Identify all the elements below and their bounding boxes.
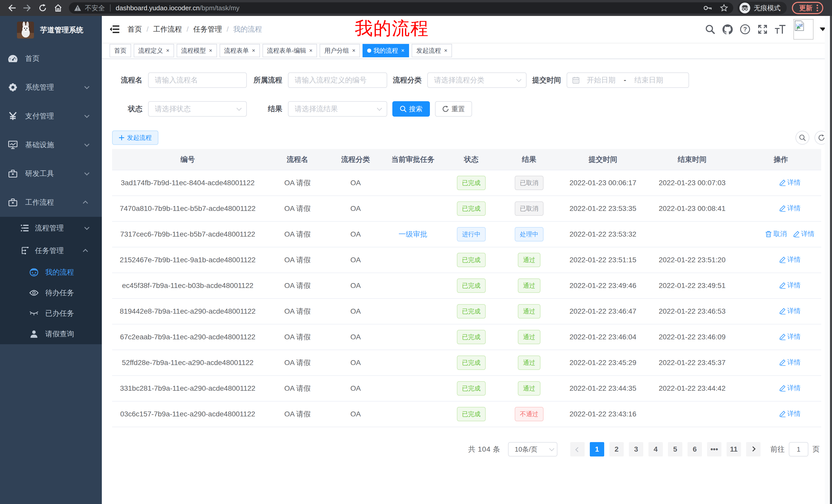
password-key-icon[interactable] [703, 5, 713, 11]
submit-time-range[interactable]: 开始日期 - 结束日期 [567, 73, 689, 88]
row-action-detail[interactable]: 详情 [779, 178, 801, 187]
user-icon [29, 330, 39, 338]
close-icon[interactable]: × [209, 45, 212, 57]
close-icon[interactable]: × [309, 45, 313, 57]
cell-end-time: 2022-01-22 23:46:53 [644, 299, 740, 324]
tab-流程表单-编辑[interactable]: 流程表单-编辑× [262, 44, 317, 57]
row-action-detail[interactable]: 详情 [779, 409, 801, 418]
bookmark-star-icon[interactable] [720, 4, 728, 12]
breadcrumb-separator: / [147, 25, 149, 33]
close-icon[interactable]: × [352, 45, 355, 57]
help-icon[interactable]: ? [736, 16, 754, 43]
row-action-detail[interactable]: 详情 [779, 306, 801, 315]
sidebar-item-devtools[interactable]: 研发工具 [0, 159, 102, 188]
address-bar[interactable]: 不安全 dashboard.yudao.iocoder.cn/bpm/task/… [69, 2, 733, 13]
filter-belong-label: 所属流程 [253, 75, 282, 85]
process-def-input[interactable] [288, 73, 387, 88]
fullscreen-icon[interactable] [754, 16, 771, 43]
create-process-button[interactable]: 发起流程 [112, 131, 158, 145]
result-select[interactable]: 请选择流结果 [288, 101, 387, 117]
search-button[interactable]: 搜索 [392, 101, 430, 117]
sidebar-menu: 首页系统管理支付管理基础设施研发工具工作流程流程管理任务管理我的流程待办任务已办… [0, 44, 102, 344]
cell-result: 通过 [496, 273, 562, 299]
tab-我的流程[interactable]: 我的流程× [363, 44, 409, 57]
row-action-detail[interactable]: 详情 [779, 358, 801, 367]
sidebar-item-infra[interactable]: 基础设施 [0, 131, 102, 159]
row-action-detail[interactable]: 详情 [793, 229, 814, 239]
tab-用户分组[interactable]: 用户分组× [319, 44, 360, 57]
tab-流程表单[interactable]: 流程表单× [219, 44, 260, 57]
tab-流程模型[interactable]: 流程模型× [177, 44, 217, 57]
cell-id: 819442e8-7b9a-11ec-a290-acde48001122 [112, 299, 263, 324]
browser-reload-button[interactable] [35, 1, 50, 15]
close-icon[interactable]: × [166, 45, 170, 57]
page-button-11[interactable]: 11 [727, 442, 741, 456]
page-button-6[interactable]: 6 [687, 442, 702, 456]
sidebar-item-process-mgmt[interactable]: 流程管理 [0, 217, 102, 240]
cell-category: OA [332, 221, 380, 247]
cell-result: 通过 [496, 324, 562, 350]
sidebar-item-system[interactable]: 系统管理 [0, 73, 102, 102]
row-action-detail[interactable]: 详情 [779, 255, 801, 264]
browser-home-button[interactable] [50, 1, 66, 15]
cell-task: 一级审批 [380, 221, 446, 247]
avatar[interactable] [794, 19, 813, 39]
sidebar-item-leave-query[interactable]: 请假查询 [0, 324, 102, 344]
page-button-2[interactable]: 2 [609, 442, 624, 456]
annotation-text: 我的流程 [355, 17, 429, 40]
category-select[interactable]: 请选择流程分类 [427, 73, 526, 88]
page-button-5[interactable]: 5 [668, 442, 682, 456]
workflow-submenu: 流程管理任务管理我的流程待办任务已办任务请假查询 [0, 217, 102, 344]
column-header: 操作 [740, 149, 821, 170]
row-action-detail[interactable]: 详情 [779, 384, 801, 393]
breadcrumb-item[interactable]: 工作流程 [153, 24, 182, 34]
update-button[interactable]: 更新 [792, 2, 823, 14]
close-icon[interactable]: × [252, 45, 255, 57]
close-icon[interactable]: × [401, 45, 405, 57]
sidebar-item-task-mgmt[interactable]: 任务管理 [0, 240, 102, 262]
cell-submit-time: 2022-01-22 23:45:29 [562, 350, 644, 375]
browser-forward-button[interactable] [20, 1, 35, 15]
row-action-detail[interactable]: 详情 [779, 281, 801, 290]
page-size-select[interactable]: 10条/页 [508, 442, 557, 456]
sidebar-item-home[interactable]: 首页 [0, 44, 102, 73]
page-ellipsis[interactable]: ••• [707, 442, 722, 456]
row-action-detail[interactable]: 详情 [779, 204, 801, 213]
search-icon[interactable] [701, 16, 719, 43]
show-search-toggle[interactable] [796, 131, 809, 145]
cell-name: OA 请假 [263, 299, 332, 324]
browser-back-button[interactable] [4, 1, 20, 15]
breadcrumb-item[interactable]: 首页 [128, 24, 142, 34]
page-button-3[interactable]: 3 [629, 442, 643, 456]
insecure-warning-icon [74, 5, 81, 11]
sidebar-collapse-button[interactable] [102, 16, 127, 43]
sidebar-item-my-process[interactable]: 我的流程 [0, 262, 102, 283]
row-action-detail[interactable]: 详情 [779, 332, 801, 341]
page-button-4[interactable]: 4 [648, 442, 663, 456]
browser-menu-icon[interactable] [816, 5, 818, 11]
prev-page-button[interactable] [570, 442, 585, 456]
github-icon[interactable] [719, 16, 736, 43]
row-action-cancel[interactable]: 取消 [765, 229, 787, 239]
breadcrumb-item[interactable]: 任务管理 [193, 24, 222, 34]
reset-button[interactable]: 重置 [435, 101, 472, 117]
sidebar-item-done-tasks[interactable]: 已办任务 [0, 303, 102, 324]
cell-id: ec45f38f-7b9a-11ec-b03b-acde48001122 [112, 273, 263, 299]
tab-首页[interactable]: 首页 [109, 44, 131, 57]
close-icon[interactable]: × [444, 45, 447, 57]
sidebar-item-todo-tasks[interactable]: 待办任务 [0, 283, 102, 303]
tab-发起流程[interactable]: 发起流程× [412, 44, 452, 57]
process-name-input[interactable] [148, 73, 247, 88]
status-select[interactable]: 请选择状态 [148, 101, 247, 117]
task-link[interactable]: 一级审批 [398, 230, 427, 238]
incognito-icon [739, 3, 750, 13]
goto-page-input[interactable]: 1 [789, 442, 808, 456]
page-button-1[interactable]: 1 [590, 442, 604, 456]
sidebar-item-workflow[interactable]: 工作流程 [0, 188, 102, 217]
sidebar-item-payment[interactable]: 支付管理 [0, 102, 102, 131]
next-page-button[interactable] [746, 442, 760, 456]
font-size-icon[interactable] [771, 16, 789, 43]
cell-name: OA 请假 [263, 401, 332, 427]
breadcrumb-separator: / [187, 25, 189, 33]
tab-流程定义[interactable]: 流程定义× [134, 44, 174, 57]
